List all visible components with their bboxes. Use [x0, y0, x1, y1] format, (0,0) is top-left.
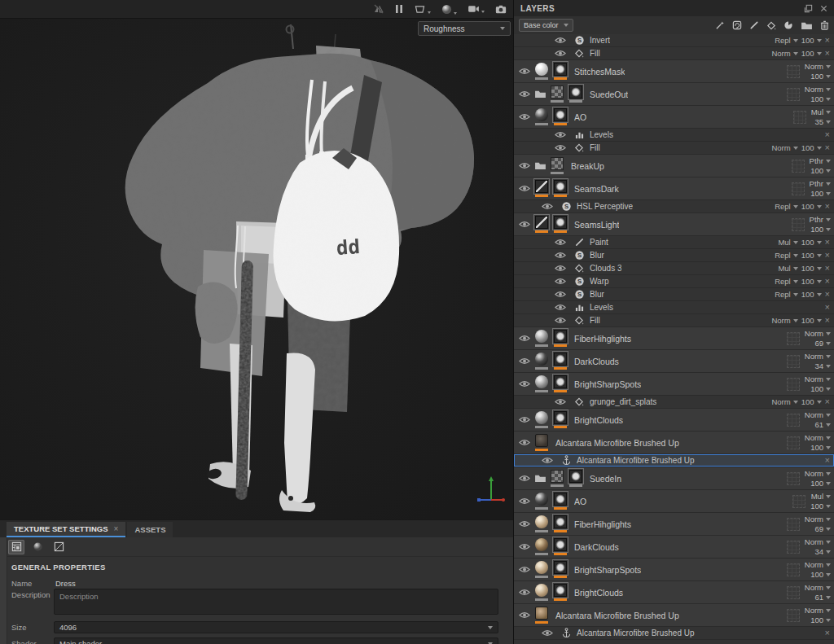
remove-effect-button[interactable]: × [825, 238, 830, 247]
channels-indicator[interactable] [787, 88, 800, 101]
blend-mode-select[interactable]: Norm [805, 434, 831, 442]
remove-effect-button[interactable]: × [825, 251, 830, 260]
opacity-select[interactable]: 100 [810, 480, 831, 488]
close-panel-icon[interactable] [820, 5, 827, 12]
effect-name[interactable]: Levels [590, 303, 613, 312]
layer-name[interactable]: BrightClouds [574, 588, 623, 598]
layer-effect-row[interactable]: SBlurRepl100× [514, 288, 834, 301]
opacity-select[interactable]: 100 [810, 444, 831, 452]
opacity-select[interactable]: 100 [810, 190, 831, 198]
layer-name[interactable]: SeamsDark [574, 184, 619, 194]
opacity-select[interactable]: 100 [801, 264, 822, 273]
remove-effect-button[interactable]: × [825, 629, 830, 637]
blend-mode-select[interactable]: Norm [805, 63, 831, 71]
opacity-select[interactable]: 69 [814, 340, 831, 348]
layer-mask-thumbnail[interactable] [553, 180, 568, 197]
layer-visibility-toggle[interactable] [519, 113, 530, 120]
viewport-3d[interactable]: dd Roughness [0, 0, 513, 519]
shading-icon[interactable] [441, 4, 457, 15]
channels-indicator[interactable] [787, 414, 800, 427]
remove-effect-button[interactable]: × [825, 143, 830, 152]
layer-thumbnail[interactable] [534, 561, 549, 578]
layer-row[interactable]: DarkCloudsNorm34 [514, 350, 834, 373]
layer-name[interactable]: AO [574, 112, 586, 122]
layer-visibility-toggle[interactable] [519, 566, 530, 573]
opacity-select[interactable]: 100 [810, 72, 831, 81]
layer-effect-row[interactable]: SWarpRepl100× [514, 275, 834, 288]
layer-row[interactable]: Alcantara Microfibre Brushed UpNorm100 [514, 604, 834, 627]
layer-name[interactable]: SeamsLight [574, 220, 619, 230]
layer-visibility-toggle[interactable] [542, 203, 553, 210]
layer-visibility-toggle[interactable] [519, 162, 530, 169]
effect-name[interactable]: Fill [590, 143, 600, 152]
opacity-select[interactable]: 100 [810, 95, 831, 103]
blend-mode-select[interactable]: Norm [805, 561, 831, 569]
layer-effect-row[interactable]: grunge_dirt_splatsNorm100× [514, 396, 834, 409]
add-smart-mask-icon[interactable] [784, 20, 793, 30]
layer-visibility-toggle[interactable] [519, 475, 530, 482]
channels-indicator[interactable] [787, 332, 800, 345]
effect-name[interactable]: Levels [590, 130, 613, 139]
layer-visibility-toggle[interactable] [555, 304, 566, 311]
channels-indicator[interactable] [787, 65, 800, 78]
layer-effect-row[interactable]: PaintMul100× [514, 236, 834, 249]
projection-icon[interactable] [414, 5, 431, 14]
screenshot-icon[interactable] [495, 5, 507, 14]
layer-folder-row[interactable]: SuedeOutNorm100 [514, 83, 834, 106]
layer-name[interactable]: AO [574, 497, 586, 506]
layer-visibility-toggle[interactable] [519, 357, 530, 365]
layer-row[interactable]: BrightSharpSpotsNorm100 [514, 559, 834, 581]
add-fill-layer-icon[interactable] [766, 21, 776, 30]
opacity-select[interactable]: 100 [810, 385, 831, 393]
layer-thumbnail[interactable] [534, 63, 549, 80]
layer-mask-thumbnail[interactable] [553, 330, 568, 347]
layer-effect-row[interactable]: Clouds 3Mul100× [514, 262, 834, 275]
layer-visibility-toggle[interactable] [519, 611, 530, 619]
layer-folder-row[interactable]: SuedeInNorm100 [514, 467, 834, 490]
description-input[interactable] [54, 589, 498, 615]
layer-thumbnail[interactable] [534, 584, 549, 601]
layer-row[interactable]: Alcantara Microfibre Brushed UpNorm100 [514, 432, 834, 454]
blend-mode-select[interactable]: Repl [775, 251, 798, 260]
close-tab-icon[interactable]: × [114, 524, 119, 533]
blend-mode-select[interactable]: Norm [805, 375, 831, 383]
layer-mask-thumbnail[interactable] [553, 108, 568, 125]
layer-visibility-toggle[interactable] [542, 629, 553, 637]
layer-visibility-toggle[interactable] [555, 317, 566, 324]
opacity-select[interactable]: 100 [801, 397, 822, 406]
size-select[interactable]: 4096 [54, 621, 498, 633]
effect-name[interactable]: Fill [590, 49, 600, 58]
layer-effect-row[interactable]: SBlurRepl100× [514, 249, 834, 262]
layer-visibility-toggle[interactable] [519, 335, 530, 342]
opacity-select[interactable]: 100 [801, 202, 822, 211]
effect-name[interactable]: Fill [590, 316, 600, 325]
layer-name[interactable]: SuedeIn [590, 474, 621, 484]
blend-mode-select[interactable]: Norm [805, 411, 831, 419]
layer-name[interactable]: SuedeOut [590, 90, 628, 99]
layer-thumbnail[interactable] [550, 470, 564, 487]
add-paint-layer-icon[interactable] [749, 20, 759, 30]
layer-mask-thumbnail[interactable] [553, 493, 568, 510]
opacity-select[interactable]: 34 [814, 362, 831, 370]
layer-mask-thumbnail[interactable] [553, 375, 568, 392]
layer-row[interactable]: FiberHihglightsNorm69 [514, 327, 834, 350]
blend-mode-select[interactable]: Norm [771, 316, 797, 325]
opacity-select[interactable]: 100 [810, 616, 831, 624]
remove-effect-button[interactable]: × [825, 264, 830, 273]
layer-mask-thumbnail[interactable] [553, 561, 568, 578]
camera-icon[interactable] [467, 5, 485, 13]
layer-effect-row[interactable]: FillNorm100× [514, 142, 834, 155]
layer-effect-row[interactable]: SHSL PerceptiveRepl100× [514, 200, 834, 213]
channels-indicator[interactable] [787, 436, 800, 449]
effect-name[interactable]: Paint [590, 238, 608, 247]
layer-visibility-toggle[interactable] [519, 497, 530, 505]
opacity-select[interactable]: 100 [801, 290, 822, 299]
effect-name[interactable]: Invert [590, 36, 610, 45]
remove-effect-button[interactable]: × [825, 36, 830, 45]
layer-thumbnail[interactable] [534, 515, 549, 532]
blend-mode-select[interactable]: Norm [805, 85, 831, 94]
layer-visibility-toggle[interactable] [555, 144, 566, 151]
opacity-select[interactable]: 100 [801, 49, 822, 58]
layer-visibility-toggle[interactable] [519, 520, 530, 528]
opacity-select[interactable]: 69 [814, 525, 831, 533]
